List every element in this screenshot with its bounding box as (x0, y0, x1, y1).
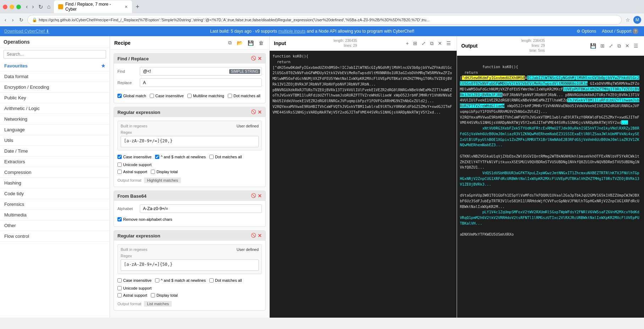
browser-tab[interactable]: Find / Replace, 7 more - Cyber ✕ (54, 0, 132, 13)
recipe-copy-button[interactable]: ⧉ (227, 39, 233, 46)
bookmark-button[interactable]: ☆ (624, 16, 632, 24)
regex-2-input[interactable]: [a-zA-Z0-9+/=]{50,} (121, 259, 259, 271)
forward-button[interactable]: › (31, 3, 35, 11)
regex-2-close-icon[interactable]: ✕ (258, 233, 262, 238)
input-menu-button[interactable]: ☰ (445, 40, 452, 47)
sidebar-item-public-key[interactable]: Public Key (0, 93, 110, 103)
tab-close-button[interactable]: ✕ (125, 5, 128, 9)
regex-2-astral[interactable]: Astral support (117, 293, 147, 297)
alphabet-input[interactable] (140, 204, 262, 213)
find-replace-disable-icon[interactable]: 🚫 (251, 56, 256, 61)
case-insensitive-check[interactable] (150, 94, 154, 98)
input-copy-button[interactable]: ⧉ (429, 40, 435, 47)
addr-back-button[interactable]: ‹ (3, 16, 8, 23)
sidebar-item-arithmetic-logic[interactable]: Arithmetic / Logic (0, 103, 110, 114)
sidebar-item-language[interactable]: Language (0, 125, 110, 135)
home-button[interactable]: ⌂ (46, 3, 52, 11)
output-menu-button[interactable]: ☰ (632, 42, 640, 49)
search-input[interactable] (4, 50, 106, 59)
regex-1-close-icon[interactable]: ✕ (258, 109, 262, 115)
recipe-open-button[interactable]: 📂 (235, 39, 244, 46)
sidebar-item-forensics[interactable]: Forensics (0, 199, 110, 210)
sidebar-item-compression[interactable]: Compression (0, 167, 110, 178)
profile-button[interactable]: M (633, 16, 641, 24)
multiline-matching-checkbox[interactable]: Multiline matching (187, 94, 224, 98)
input-clear-button[interactable]: ✕ (436, 40, 444, 47)
sidebar-item-data-format[interactable]: Data format (0, 71, 110, 82)
minimize-dot[interactable] (10, 5, 14, 9)
regex-2-disable-icon[interactable]: 🚫 (251, 233, 256, 238)
regex-2-checkboxes-bottom: Astral support Display total (117, 292, 262, 299)
sidebar-item-encryption-encoding[interactable]: Encryption / Encoding (0, 82, 110, 93)
regex-2-dot-matches[interactable]: Dot matches all (209, 278, 242, 283)
dot-matches-check[interactable] (228, 94, 232, 98)
output-meta: length: 236435 lines: 29 time: 5ms (521, 38, 545, 53)
sidebar-item-utils[interactable]: Utils (0, 135, 110, 146)
address-bar[interactable]: 🔒 https://gchq.github.io/CyberChef/#reci… (27, 15, 622, 25)
output-copy-button[interactable]: ⧉ (616, 42, 622, 50)
sidebar-item-networking[interactable]: Networking (0, 114, 110, 125)
addr-reload-button[interactable]: ↻ (17, 16, 25, 23)
regex-2-output-value[interactable]: List matches (144, 301, 172, 307)
regex-1-unicode[interactable]: Unicode support (117, 163, 152, 167)
new-tab-button[interactable]: + (136, 3, 139, 11)
sidebar-item-code-tidy[interactable]: Code tidy (0, 188, 110, 199)
from-base64-close-icon[interactable]: ✕ (258, 193, 262, 199)
sidebar-item-other[interactable]: Other (0, 220, 110, 231)
find-replace-header: Find / Replace 🚫 ✕ (114, 54, 265, 64)
sidebar-item-hashing[interactable]: Hashing (0, 178, 110, 188)
regex-1-display-total[interactable]: Display total (151, 170, 178, 174)
find-replace-body: Find SIMPLE STRING Replace Global mat (114, 64, 265, 103)
output-content[interactable]: function koK0(){ return ["dHJ5ew0KdmFyIG… (457, 56, 644, 318)
output-expand-button[interactable]: ⤢ (607, 42, 615, 49)
close-dot[interactable] (3, 5, 7, 9)
regex-1-output-value[interactable]: Highlight matches (144, 177, 181, 183)
output-tabs-button[interactable]: ⊞ (599, 42, 606, 49)
regex-2-case-insensitive[interactable]: Case insensitive (117, 278, 152, 283)
remove-nonalpha-checkbox[interactable]: Remove non-alphabet chars (117, 217, 172, 221)
input-tabs-button[interactable]: ⊞ (412, 40, 419, 47)
replace-input[interactable] (140, 78, 262, 87)
regex-1-case-insensitive[interactable]: Case insensitive (117, 155, 152, 159)
back-button[interactable]: ‹ (24, 3, 29, 11)
multiline-matching-check[interactable] (187, 94, 192, 98)
sidebar-item-date-time[interactable]: Date / Time (0, 146, 110, 157)
from-base64-disable-icon[interactable]: 🚫 (251, 193, 256, 199)
input-header: Input length: 236435 lines: 29 + ⊞ ⤢ ⧉ ✕… (270, 36, 457, 51)
recipe-clear-button[interactable]: 🗑 (257, 39, 265, 46)
recipe-save-button[interactable]: 💾 (246, 39, 255, 46)
regex-1-astral[interactable]: Astral support (117, 170, 147, 174)
find-type-badge[interactable]: SIMPLE STRING (229, 69, 260, 74)
sidebar-item-multimedia[interactable]: Multimedia (0, 210, 110, 220)
options-button[interactable]: ⚙ Options (575, 28, 598, 34)
input-expand-button[interactable]: ⤢ (420, 40, 427, 47)
output-clear-button[interactable]: ✕ (624, 42, 631, 49)
regex-2-display-total[interactable]: Display total (151, 293, 178, 297)
regex-2-and-dollar[interactable]: ^ and $ match at newlines (155, 278, 206, 283)
regex-1-disable-icon[interactable]: 🚫 (251, 109, 256, 115)
sidebar-item-flow-control[interactable]: Flow control (0, 231, 110, 242)
global-match-checkbox[interactable]: Global match (117, 94, 146, 98)
regex-2-unicode[interactable]: Unicode support (117, 286, 152, 290)
case-insensitive-checkbox[interactable]: Case insensitive (150, 94, 184, 98)
from-base64-title: From Base64 (117, 193, 147, 199)
global-match-check[interactable] (117, 94, 122, 98)
output-save-button[interactable]: 💾 (589, 42, 598, 49)
regex-1-input[interactable]: [a-zA-Z0-9+/=]{20,} (121, 136, 259, 147)
about-support-button[interactable]: About / Support ? (600, 28, 640, 35)
sidebar-item-favourites[interactable]: Favourites ★ (0, 61, 110, 71)
regex-1-dot-matches[interactable]: Dot matches all (209, 155, 242, 159)
multiple-inputs-link[interactable]: multiple inputs (278, 29, 306, 34)
find-replace-close-icon[interactable]: ✕ (258, 56, 262, 61)
find-input[interactable] (140, 67, 229, 75)
reload-button[interactable]: ↻ (37, 3, 44, 11)
maximize-dot[interactable] (16, 5, 21, 9)
recipe-panel: Recipe ⧉ 📂 💾 🗑 Find / Replace 🚫 ✕ (110, 36, 270, 318)
dot-matches-checkbox[interactable]: Dot matches all (228, 94, 260, 98)
addr-forward-button[interactable]: › (10, 16, 16, 23)
sidebar-item-extractors[interactable]: Extractors (0, 157, 110, 167)
input-content[interactable]: function koK0(){ return ["dHJ5ew0KdmFyIG… (270, 51, 457, 318)
regex-1-and-dollar[interactable]: ^ and $ match at newlines (155, 155, 206, 159)
download-link[interactable]: Download CyberChef ⬇ (4, 29, 49, 34)
input-add-button[interactable]: + (404, 40, 410, 47)
